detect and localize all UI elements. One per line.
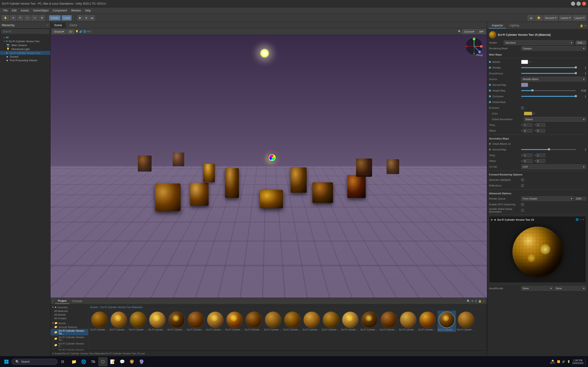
reflections-checkbox[interactable]: ✓ [521,184,524,187]
offset2-x-input[interactable] [523,159,532,163]
metallic-thumb[interactable] [575,66,577,69]
preview-play-icon[interactable]: ▶ [491,218,493,221]
inspector-tab-lighting[interactable]: Lighting [507,23,522,28]
taskbar-app-brave[interactable]: 🦁 [127,357,137,366]
asset-item[interactable]: Sci-Fi Cylinder Ve... [341,311,359,332]
all-dropdown[interactable]: All ▾ [477,29,485,34]
uv-set-dropdown[interactable]: UV0 ▾ [521,165,586,169]
collab-btn[interactable]: ☁ [527,15,534,21]
show-desktop-button[interactable] [585,358,586,365]
taskbar-app-files[interactable]: 📁 [69,357,78,366]
preview-globe-icon[interactable]: 🌐 [576,218,579,221]
hierarchy-menu-icon[interactable]: ≡ [47,23,48,27]
albedo-edit-icon[interactable]: ✏ [529,60,531,64]
step-button[interactable]: ⏭ [89,15,95,21]
tray-battery-icon[interactable]: 🔋 [567,360,570,363]
maximize-button[interactable]: □ [577,2,581,6]
menu-assets[interactable]: Assets [19,8,31,13]
asset-bundle-dropdown[interactable]: None ▾ [521,286,553,291]
gi-dropdown[interactable]: Baked ▾ [524,117,586,122]
menu-file[interactable]: File [1,8,9,13]
gpu-instancing-checkbox[interactable]: ✓ [521,203,524,206]
axis-gizmo[interactable]: X Y Z [465,37,483,56]
tree-item-scifi-4[interactable]: 📁 Sci-Fi Cylinder Version Tw... [51,348,88,350]
render-queue-value-input[interactable] [575,197,586,200]
offset-y-input[interactable] [536,129,545,133]
asset-item[interactable]: Sci-Fi Cylinder Ve... [438,311,456,332]
emission-checkbox[interactable]: ✓ [521,106,524,109]
taskbar-app-store[interactable]: 🛍 [89,357,98,366]
double-sided-checkbox[interactable] [521,209,524,212]
tree-item-all-materials[interactable]: All Materials [51,309,88,313]
preview-record-icon[interactable]: ⏺ [494,218,496,221]
height-slider[interactable] [521,90,576,91]
hierarchy-item-ground[interactable]: ■ Ground [0,55,50,58]
asset-item[interactable]: Sci-Fi Cylinder Ve... [129,311,147,332]
asset-bundle-variant-dropdown[interactable]: None ▾ [554,286,586,291]
move-tool-btn[interactable]: ✛ [10,15,16,21]
asset-item[interactable]: Sci-Fi Cylinder Ve... [148,311,166,332]
tree-item-scifi-2[interactable]: 📁 Sci-Fi Cylinder Version Tw... [51,335,88,342]
source-dropdown[interactable]: Metallic Alpha ▾ [521,77,586,81]
taskbar-app-discord[interactable]: 💬 [118,357,127,366]
asset-item[interactable]: Sci-Fi Cylinder Ve... [457,311,475,332]
offset-x-input[interactable] [523,129,532,133]
mode-2d-btn[interactable]: 2D [67,29,74,34]
proj-tab-console[interactable]: Console [69,299,85,304]
tree-item-scifi-3[interactable]: 📁 Sci-Fi Cylinder Version T... [51,342,88,348]
menu-component[interactable]: Component [51,8,69,13]
albedo-color-swatch[interactable] [521,60,528,64]
shader-dropdown[interactable]: Standard ▾ [504,40,574,45]
clock[interactable]: 1:08 PM 10/6/2023 [572,359,583,365]
metallic-slider[interactable] [521,67,576,68]
shading-dropdown[interactable]: Shaded ▾ [52,29,66,34]
emission-color-edit[interactable]: ✏ [533,112,535,115]
edit-shader-button[interactable]: Edit... [576,41,586,45]
taskbar-task-view[interactable]: ⊟ [58,357,67,366]
search-icon-proj[interactable]: 🔍 [467,300,470,303]
normal-map-preview[interactable] [521,83,528,87]
rotate-tool-btn[interactable]: ↻ [17,15,23,21]
height-thumb[interactable] [531,89,534,92]
close-button[interactable]: ✕ [582,2,586,6]
expand-icon-proj[interactable]: ⤢ [483,300,485,303]
taskbar-app-unity[interactable]: ⬡ [98,357,107,366]
pivot-local-btn[interactable]: Local [61,15,72,21]
pause-button[interactable]: ⏸ [83,15,89,21]
hierarchy-item-postproc[interactable]: ■ Post Processing Volume [0,58,50,62]
asset-item[interactable]: Sci-Fi Cylinder Ve... [380,311,398,332]
rect-tool-btn[interactable]: ▭ [32,15,38,21]
services-btn[interactable]: 🔔 [535,15,543,21]
asset-item[interactable]: Sci-Fi Cylinder Ve... [206,311,225,332]
hierarchy-item-scifi-cylinder[interactable]: ▸ Sci-Fi Cylinder Version Two [0,51,50,55]
play-button[interactable]: ▶ [78,15,83,21]
inspector-menu-icon[interactable]: ≡ [584,24,586,27]
hierarchy-item-camera[interactable]: 📷 Main Camera [0,43,50,47]
asset-item[interactable]: Sci-Fi Cylinder Ve... [167,311,186,332]
inspector-tab-inspector[interactable]: Inspector [489,23,506,28]
filter-icon-proj[interactable]: ☰ [475,300,477,303]
rendering-mode-dropdown[interactable]: Opaque ▾ [521,46,586,51]
lock-icon-proj[interactable]: 🔒 [478,300,482,303]
tiling2-y-input[interactable] [536,153,545,157]
inspector-lock-icon[interactable]: 🔒 [580,24,583,27]
scene-tab-scene[interactable]: Scene [51,23,66,28]
layout-dropdown[interactable]: Layout ▾ [573,15,586,21]
start-button[interactable] [2,357,11,366]
breadcrumb-materials[interactable]: Sci-Fi Cylinder Version Two Materials [101,306,142,309]
asset-item[interactable]: Sci-Fi Cylinder Ve... [360,311,379,332]
taskbar-app-blender[interactable]: 🔮 [137,357,146,366]
hand-tool-btn[interactable]: ✋ [2,15,9,21]
taskbar-app-edge[interactable]: 🌐 [79,357,88,366]
tiling-y-input[interactable] [536,123,545,127]
normal-map2-slider[interactable] [521,149,576,150]
asset-item[interactable]: Sci-Fi Cylinder Ve... [303,311,321,332]
specular-checkbox[interactable]: ✓ [521,178,524,181]
layers-dropdown[interactable]: Layers ▾ [559,15,572,21]
asset-item[interactable]: Sci-Fi Cylinder Ve... [110,311,128,332]
minimize-button[interactable]: − [571,2,575,6]
asset-item[interactable]: Sci-Fi Cylinder Ve... [245,311,263,332]
asset-item[interactable]: Sci-Fi Cylinder Ve... [187,311,205,332]
tray-volume-icon[interactable]: 🔊 [562,360,565,363]
scene-viewport[interactable]: X Y Z [51,35,487,298]
